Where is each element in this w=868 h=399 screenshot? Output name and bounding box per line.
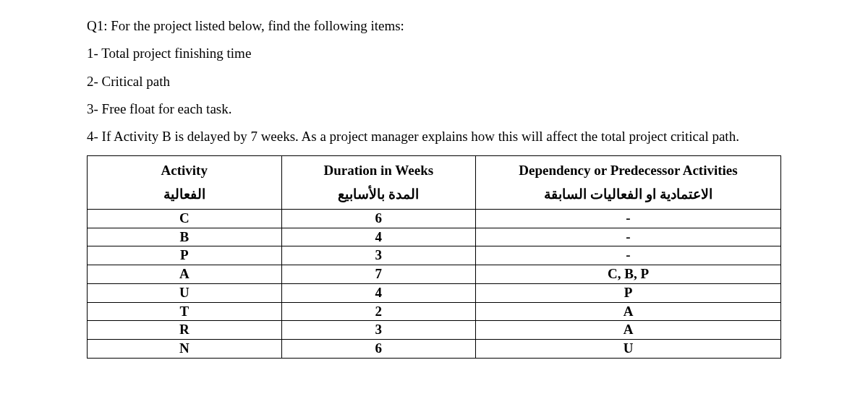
table-row: B 4 -	[88, 228, 781, 246]
cell-duration: 4	[281, 228, 476, 246]
cell-duration: 6	[281, 210, 476, 228]
table-row: T 2 A	[88, 302, 781, 321]
header-activity-en: Activity	[90, 159, 278, 182]
table-row: U 4 P	[88, 283, 781, 302]
header-dependency-ar: الاعتمادية او الفعاليات السابقة	[479, 183, 778, 206]
table-row: A 7 C, B, P	[88, 265, 781, 284]
activity-table: Activity الفعالية Duration in Weeks المد…	[87, 155, 781, 358]
header-duration: Duration in Weeks المدة بالأسابيع	[281, 156, 476, 210]
table-row: R 3 A	[88, 321, 781, 340]
header-dependency: Dependency or Predecessor Activities الا…	[476, 156, 781, 210]
cell-activity: P	[88, 246, 282, 265]
question-title: Q1: For the project listed below, find t…	[87, 14, 781, 38]
header-activity-ar: الفعالية	[90, 183, 278, 206]
question-item-4: 4- If Activity B is delayed by 7 weeks. …	[87, 125, 781, 148]
cell-dependency: -	[476, 228, 781, 246]
header-activity: Activity الفعالية	[88, 156, 282, 210]
cell-dependency: C, B, P	[476, 265, 781, 284]
cell-dependency: U	[476, 339, 781, 358]
cell-activity: R	[88, 321, 282, 340]
question-item-1: 1- Total project finishing time	[87, 42, 781, 65]
cell-dependency: -	[476, 246, 781, 265]
cell-dependency: P	[476, 283, 781, 302]
table-row: P 3 -	[88, 246, 781, 265]
cell-dependency: -	[476, 210, 781, 228]
activity-table-wrap: Activity الفعالية Duration in Weeks المد…	[87, 155, 781, 358]
question-item-3: 3- Free float for each task.	[87, 98, 781, 121]
header-duration-en: Duration in Weeks	[285, 159, 473, 182]
table-body: C 6 - B 4 - P 3 - A 7 C, B, P U 4	[88, 210, 781, 359]
cell-activity: C	[88, 210, 282, 228]
header-duration-ar: المدة بالأسابيع	[285, 183, 473, 206]
cell-activity: A	[88, 265, 282, 284]
cell-duration: 2	[281, 302, 476, 321]
table-row: C 6 -	[88, 210, 781, 228]
question-block: Q1: For the project listed below, find t…	[87, 14, 781, 148]
cell-duration: 4	[281, 283, 476, 302]
question-item-2: 2- Critical path	[87, 70, 781, 93]
cell-activity: B	[88, 228, 282, 246]
cell-duration: 7	[281, 265, 476, 284]
cell-duration: 6	[281, 339, 476, 358]
cell-dependency: A	[476, 302, 781, 321]
cell-activity: U	[88, 283, 282, 302]
table-row: N 6 U	[88, 339, 781, 358]
cell-dependency: A	[476, 321, 781, 340]
cell-duration: 3	[281, 321, 476, 340]
cell-activity: N	[88, 339, 282, 358]
header-dependency-en: Dependency or Predecessor Activities	[479, 159, 778, 182]
cell-activity: T	[88, 302, 282, 321]
cell-duration: 3	[281, 246, 476, 265]
